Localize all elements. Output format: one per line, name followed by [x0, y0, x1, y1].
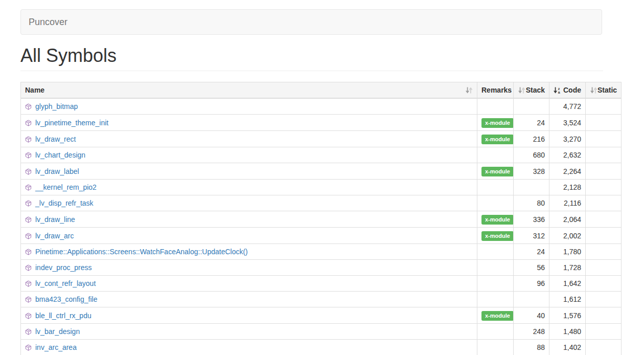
symbol-name-cell: lv_pinetime_theme_init [21, 115, 477, 131]
symbol-link[interactable]: indev_proc_press [35, 263, 92, 272]
symbol-name-cell: __kernel_rem_pio2 [21, 180, 477, 195]
static-value [586, 98, 622, 115]
stack-value: 328 [514, 163, 549, 180]
sort-desc-icon: z a [554, 87, 561, 94]
remarks-cell [477, 98, 514, 115]
stack-value: 56 [514, 260, 549, 276]
symbol-name-cell: indev_proc_press [21, 260, 477, 276]
static-value [586, 324, 622, 340]
remarks-cell: x-module [477, 211, 514, 228]
symbol-link[interactable]: lv_draw_label [35, 167, 79, 175]
remarks-cell [477, 340, 514, 355]
table-row: lv_draw_arc x-module 312 2,002 [21, 228, 622, 244]
symbol-cube-icon [25, 313, 32, 319]
code-value: 2,116 [549, 195, 586, 211]
code-value: 4,772 [549, 98, 586, 115]
symbol-link[interactable]: __kernel_rem_pio2 [35, 183, 97, 191]
sort-both-icon [465, 87, 473, 94]
symbol-link[interactable]: bma423_config_file [35, 295, 97, 303]
sort-both-icon [590, 87, 597, 94]
symbol-cube-icon [25, 296, 32, 303]
symbol-cube-icon [25, 280, 32, 287]
svg-text:a: a [558, 90, 560, 93]
code-value: 1,642 [549, 276, 586, 292]
x-module-badge: x-module [481, 311, 514, 321]
stack-value: 680 [514, 147, 549, 163]
code-value: 2,632 [549, 147, 586, 163]
static-value [586, 276, 622, 292]
header-row: Name Remarks [21, 82, 622, 99]
symbols-table: Name Remarks [20, 82, 622, 355]
symbol-link[interactable]: lv_draw_arc [35, 232, 74, 240]
stack-value: 88 [514, 340, 549, 355]
svg-text:z: z [558, 87, 560, 91]
symbol-name-cell: _lv_disp_refr_task [21, 195, 477, 211]
remarks-cell [477, 260, 514, 276]
symbol-cube-icon [25, 152, 32, 159]
stack-value: 312 [514, 228, 549, 244]
symbol-link[interactable]: lv_draw_line [35, 215, 75, 224]
symbol-link[interactable]: lv_pinetime_theme_init [35, 119, 108, 127]
static-value [586, 307, 622, 324]
stack-value: 336 [514, 211, 549, 228]
symbol-link[interactable]: inv_arc_area [35, 343, 77, 351]
column-label-code: Code [563, 85, 581, 95]
symbol-name-cell: Pinetime::Applications::Screens::WatchFa… [21, 244, 477, 260]
table-row: lv_draw_label x-module 328 2,264 [21, 163, 622, 180]
column-header-code[interactable]: z a Code [549, 82, 586, 99]
code-value: 2,128 [549, 180, 586, 195]
column-label-static: Static [597, 85, 617, 95]
static-value [586, 115, 622, 131]
navbar-brand[interactable]: Puncover [21, 17, 75, 28]
static-value [586, 244, 622, 260]
divider [20, 71, 603, 71]
column-label-name: Name [25, 85, 44, 95]
remarks-cell: x-module [477, 307, 514, 324]
remarks-cell [477, 324, 514, 340]
stack-value [514, 292, 549, 307]
stack-value: 248 [514, 324, 549, 340]
table-row: __kernel_rem_pio2 2,128 [21, 180, 622, 195]
remarks-cell [477, 292, 514, 307]
x-module-badge: x-module [481, 231, 514, 241]
stack-value [514, 98, 549, 115]
symbol-link[interactable]: _lv_disp_refr_task [35, 199, 94, 207]
symbol-name-cell: lv_cont_refr_layout [21, 276, 477, 292]
code-value: 2,064 [549, 211, 586, 228]
symbol-cube-icon [25, 200, 32, 207]
symbol-cube-icon [25, 168, 32, 175]
symbol-link[interactable]: lv_bar_design [35, 327, 80, 336]
column-header-name[interactable]: Name [21, 82, 477, 99]
symbol-link[interactable]: Pinetime::Applications::Screens::WatchFa… [35, 248, 248, 256]
stack-value: 80 [514, 195, 549, 211]
code-value: 1,612 [549, 292, 586, 307]
symbol-link[interactable]: lv_draw_rect [35, 135, 76, 143]
symbol-link[interactable]: ble_ll_ctrl_rx_pdu [35, 312, 91, 320]
symbol-link[interactable]: lv_chart_design [35, 151, 85, 159]
x-module-badge: x-module [481, 215, 514, 225]
page-title: All Symbols [20, 46, 644, 66]
symbol-name-cell: lv_bar_design [21, 324, 477, 340]
table-row: lv_pinetime_theme_init x-module 24 3,524 [21, 115, 622, 131]
remarks-cell [477, 244, 514, 260]
code-value: 3,524 [549, 115, 586, 131]
static-value [586, 147, 622, 163]
static-value [586, 180, 622, 195]
stack-value: 96 [514, 276, 549, 292]
code-value: 1,728 [549, 260, 586, 276]
code-value: 2,002 [549, 228, 586, 244]
symbol-link[interactable]: glyph_bitmap [35, 102, 78, 110]
static-value [586, 260, 622, 276]
symbol-cube-icon [25, 328, 32, 335]
symbol-cube-icon [25, 233, 32, 239]
symbol-link[interactable]: lv_cont_refr_layout [35, 279, 96, 287]
code-value: 1,402 [549, 340, 586, 355]
column-header-stack[interactable]: Stack [514, 82, 549, 99]
table-row: _lv_disp_refr_task 80 2,116 [21, 195, 622, 211]
table-row: Pinetime::Applications::Screens::WatchFa… [21, 244, 622, 260]
stack-value: 24 [514, 115, 549, 131]
table-body: glyph_bitmap 4,772 lv_pinetime_theme_ini… [21, 98, 622, 355]
column-header-static[interactable]: Static [586, 82, 622, 99]
remarks-cell [477, 195, 514, 211]
symbol-name-cell: lv_draw_line [21, 211, 477, 228]
